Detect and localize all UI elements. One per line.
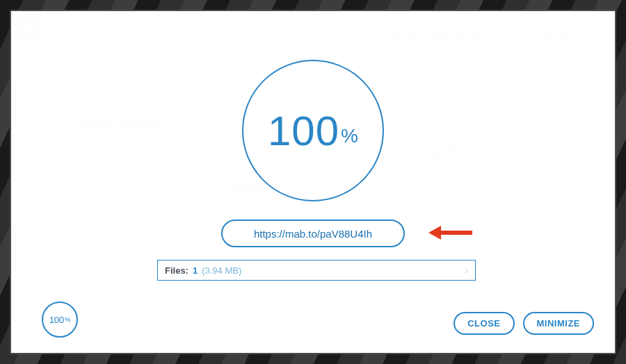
- footer-buttons: CLOSE MINIMIZE: [454, 312, 594, 335]
- mini-progress-percent-sign: %: [65, 316, 70, 323]
- progress-value: 100: [268, 107, 339, 155]
- arrow-head-icon: [428, 226, 441, 240]
- files-size: (3.94 MB): [202, 265, 241, 276]
- share-url-field[interactable]: https://mab.to/paV88U4Ih: [221, 220, 405, 247]
- app-panel: SHOW PLANS REGISTER LOGIN SEND TO STORAG…: [10, 10, 616, 354]
- files-count: 1: [193, 265, 198, 276]
- minimize-button[interactable]: MINIMIZE: [523, 312, 595, 335]
- progress-ring-mini: 100 %: [42, 301, 78, 338]
- share-url-text: https://mab.to/paV88U4Ih: [254, 228, 372, 240]
- files-summary-row[interactable]: Files: 1 (3.94 MB) ›: [157, 260, 476, 281]
- close-button[interactable]: CLOSE: [454, 312, 514, 335]
- progress-ring: 100 %: [242, 60, 384, 201]
- annotation-arrow: [428, 226, 472, 240]
- progress-percent-sign: %: [341, 125, 358, 147]
- upload-complete-overlay: 100 % https://mab.to/paV88U4Ih Files: 1 …: [11, 11, 615, 353]
- files-label: Files:: [165, 265, 188, 276]
- mini-progress-value: 100: [49, 315, 65, 325]
- arrow-shaft: [440, 231, 472, 235]
- chevron-right-icon: ›: [465, 265, 468, 276]
